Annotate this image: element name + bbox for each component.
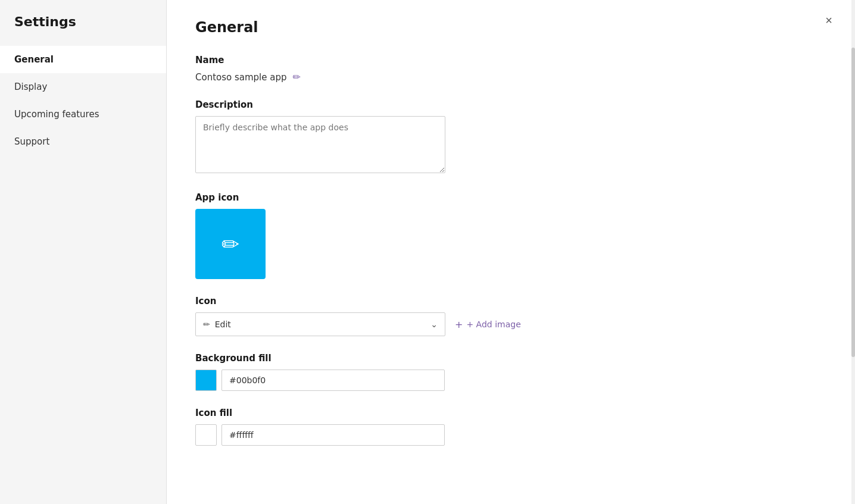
settings-title: Settings [0, 14, 166, 46]
app-icon-preview[interactable]: ✏ [195, 209, 266, 279]
plus-icon: + [455, 319, 463, 330]
icon-section: Icon ✏ Edit ⌄ + + Add image [195, 296, 826, 336]
name-row: Contoso sample app ✏ [195, 71, 826, 83]
add-image-button[interactable]: + + Add image [455, 319, 521, 330]
icon-fill-swatch[interactable] [195, 424, 217, 446]
main-panel: × General Name Contoso sample app ✏ Desc… [167, 0, 855, 504]
app-icon-label: App icon [195, 192, 826, 203]
sidebar: Settings General Display Upcoming featur… [0, 0, 167, 504]
background-fill-swatch[interactable] [195, 370, 217, 391]
icon-fill-row [195, 424, 826, 446]
scrollbar-thumb[interactable] [851, 48, 855, 357]
page-title: General [195, 19, 826, 36]
name-edit-icon[interactable]: ✏ [293, 71, 301, 83]
scrollbar-track [851, 0, 855, 504]
sidebar-item-support[interactable]: Support [0, 128, 166, 155]
description-label: Description [195, 99, 826, 110]
background-fill-row [195, 370, 826, 391]
chevron-down-icon: ⌄ [430, 320, 438, 329]
app-icon-pencil-icon: ✏ [221, 232, 239, 256]
icon-select-pencil: ✏ [203, 320, 210, 329]
background-fill-label: Background fill [195, 353, 826, 364]
sidebar-item-upcoming-features[interactable]: Upcoming features [0, 101, 166, 128]
description-section: Description [195, 99, 826, 176]
icon-dropdown-row: ✏ Edit ⌄ + + Add image [195, 312, 826, 336]
icon-select-value: Edit [215, 320, 231, 329]
description-textarea[interactable] [195, 116, 445, 173]
icon-select[interactable]: ✏ Edit ⌄ [195, 312, 445, 336]
sidebar-item-display[interactable]: Display [0, 73, 166, 101]
name-label: Name [195, 55, 826, 65]
background-fill-section: Background fill [195, 353, 826, 391]
icon-fill-section: Icon fill [195, 408, 826, 446]
add-image-label: + Add image [466, 320, 520, 329]
sidebar-item-general[interactable]: General [0, 46, 166, 73]
icon-label: Icon [195, 296, 826, 306]
app-icon-section: App icon ✏ [195, 192, 826, 279]
close-button[interactable]: × [819, 11, 838, 30]
icon-fill-label: Icon fill [195, 408, 826, 418]
background-fill-input[interactable] [221, 370, 445, 391]
icon-fill-input[interactable] [221, 424, 445, 446]
name-value: Contoso sample app [195, 72, 287, 83]
name-section: Name Contoso sample app ✏ [195, 55, 826, 83]
